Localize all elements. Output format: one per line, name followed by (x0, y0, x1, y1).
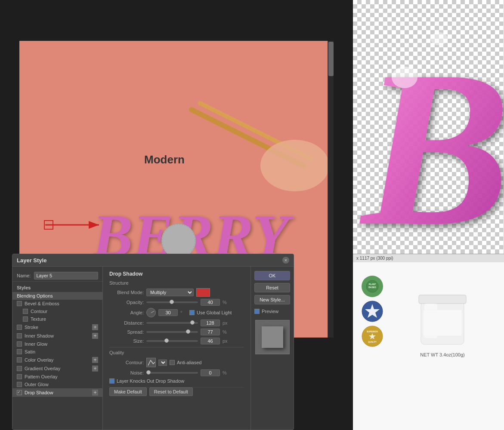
new-style-button[interactable]: New Style... (254, 295, 290, 304)
style-item-texture[interactable]: Texture (12, 315, 102, 323)
layer-name-input[interactable] (34, 272, 98, 280)
quality-title: Quality (109, 350, 244, 355)
shadow-color-swatch[interactable] (196, 288, 210, 297)
satin-checkbox[interactable] (17, 349, 22, 354)
stroke-label: Stroke (25, 325, 38, 330)
blend-mode-select[interactable]: Multiply (146, 289, 194, 296)
drop-shadow-checkbox[interactable] (17, 390, 22, 395)
drop-shadow-label: Drop Shadow (25, 390, 53, 395)
style-item-blending-options[interactable]: Blending Options (12, 292, 102, 300)
ok-button[interactable]: OK (254, 271, 290, 280)
name-label: Name: (17, 273, 31, 278)
spread-row: Spread: % (109, 329, 244, 335)
make-default-btn[interactable]: Make Default (109, 387, 147, 396)
use-global-light-label: Use Global Light (197, 310, 232, 315)
opacity-slider[interactable] (146, 301, 198, 303)
info-bar: x 1117 px (300 ppi) (353, 254, 504, 262)
opacity-unit: % (223, 300, 229, 305)
noise-slider[interactable] (146, 372, 198, 374)
dialog-title: Layer Style (17, 257, 46, 264)
quality-badge: SUPERIOR QUALITY (362, 326, 383, 347)
contour-select[interactable]: ▾ (158, 359, 167, 366)
opacity-thumb[interactable] (170, 300, 174, 304)
gradient-overlay-add-btn[interactable]: + (92, 366, 98, 372)
inner-shadow-checkbox[interactable] (17, 333, 22, 338)
layer-knocks-checkbox[interactable] (109, 378, 114, 384)
preview-label: Preview (262, 309, 278, 314)
contour-checkbox[interactable] (23, 309, 28, 314)
preview-checkbox[interactable] (254, 309, 260, 314)
product-jar-svg (412, 276, 473, 349)
spread-input[interactable] (201, 329, 220, 335)
close-button[interactable]: × (282, 257, 289, 264)
style-item-satin[interactable]: Satin (12, 348, 102, 356)
style-item-color-overlay[interactable]: Color Overlay + (12, 356, 102, 364)
distance-input[interactable] (201, 319, 220, 326)
distance-unit: px (223, 320, 229, 326)
reset-button[interactable]: Reset (254, 283, 290, 292)
style-item-inner-shadow[interactable]: Inner Shadow + (12, 332, 102, 340)
gradient-overlay-checkbox[interactable] (17, 366, 22, 371)
svg-text:BASED: BASED (368, 286, 376, 289)
outer-glow-checkbox[interactable] (17, 382, 22, 387)
vertical-scrollbar[interactable] (328, 41, 334, 338)
blending-options-label: Blending Options (17, 293, 53, 298)
inner-shadow-add-btn[interactable]: + (92, 333, 98, 339)
size-thumb[interactable] (164, 338, 169, 343)
style-item-inner-glow[interactable]: Inner Glow (12, 340, 102, 348)
noise-thumb[interactable] (146, 370, 151, 375)
right-panel-top: B (353, 0, 504, 254)
style-item-outer-glow[interactable]: Outer Glow (12, 381, 102, 388)
spread-slider[interactable] (146, 331, 198, 333)
name-row: Name: (12, 270, 102, 282)
style-item-pattern-overlay[interactable]: Pattern Overlay (12, 373, 102, 381)
distance-label: Distance: (109, 320, 144, 326)
distance-thumb[interactable] (190, 320, 195, 325)
size-slider[interactable] (146, 340, 198, 342)
inner-glow-checkbox[interactable] (17, 341, 22, 347)
svg-text:PLANT: PLANT (369, 283, 376, 286)
stroke-add-btn[interactable]: + (92, 324, 98, 330)
svg-text:QUALITY: QUALITY (368, 341, 377, 343)
anti-aliased-checkbox[interactable] (170, 360, 175, 365)
opacity-label: Opacity: (109, 300, 144, 305)
style-item-contour[interactable]: Contour (12, 307, 102, 315)
scrollbar-thumb[interactable] (328, 42, 334, 76)
bevel-emboss-checkbox[interactable] (17, 301, 22, 306)
net-weight-label: NET WT 3.4oz(100g) (420, 352, 465, 357)
svg-point-20 (430, 32, 448, 45)
dialog-content-area: Drop Shadow Structure Blend Mode: Multip… (103, 267, 250, 430)
style-item-drop-shadow[interactable]: Drop Shadow + (12, 388, 102, 397)
noise-row: Noise: % (109, 369, 244, 376)
size-input[interactable] (201, 338, 220, 344)
satin-label: Satin (25, 349, 35, 354)
angle-needle (151, 311, 154, 313)
stroke-checkbox[interactable] (17, 325, 22, 330)
svg-text:B: B (358, 25, 504, 254)
opacity-input[interactable] (201, 299, 220, 306)
reset-to-default-btn[interactable]: Reset to Default (149, 387, 193, 396)
drop-shadow-add-btn[interactable]: + (92, 390, 98, 396)
noise-input[interactable] (201, 369, 220, 376)
style-item-bevel-emboss[interactable]: Bevel & Emboss (12, 300, 102, 307)
color-overlay-checkbox[interactable] (17, 357, 22, 362)
pattern-overlay-checkbox[interactable] (17, 374, 22, 379)
bevel-emboss-label: Bevel & Emboss (25, 301, 59, 306)
dialog-styles-panel: Name: Styles Blending Options Bevel & Em… (12, 267, 103, 430)
spread-thumb[interactable] (186, 329, 190, 334)
right-panel: B x 1117 px (300 ppi) (353, 0, 504, 430)
angle-dial[interactable] (146, 308, 156, 317)
color-overlay-add-btn[interactable]: + (92, 357, 98, 363)
angle-input[interactable] (158, 309, 178, 316)
texture-checkbox[interactable] (23, 316, 28, 322)
contour-preview[interactable] (146, 358, 156, 367)
style-item-gradient-overlay[interactable]: Gradient Overlay + (12, 364, 102, 373)
distance-slider[interactable] (146, 322, 198, 324)
structure-title: Structure (109, 280, 244, 286)
style-item-stroke[interactable]: Stroke + (12, 323, 102, 332)
layer-knocks-label: Layer Knocks Out Drop Shadow (117, 378, 184, 384)
dialog-body: Name: Styles Blending Options Bevel & Em… (12, 267, 294, 430)
svg-text:SUPERIOR: SUPERIOR (367, 330, 378, 333)
anti-aliased-row: Anti-aliased (170, 360, 201, 365)
use-global-light-checkbox[interactable] (189, 310, 195, 315)
